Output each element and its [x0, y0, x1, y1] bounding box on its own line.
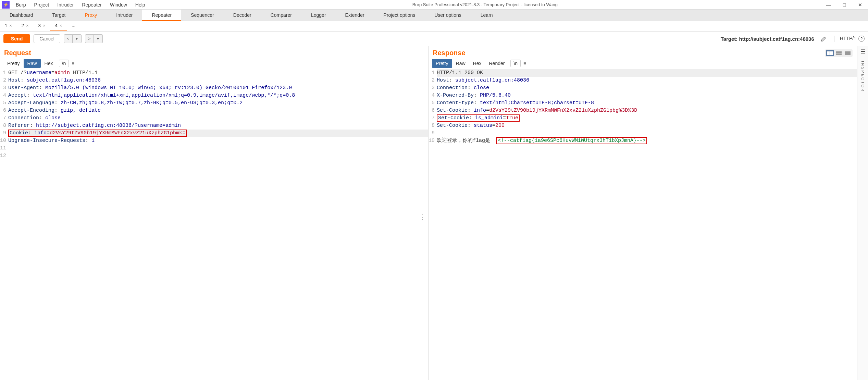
close-icon[interactable]: ×: [60, 23, 62, 28]
http-version-toggle[interactable]: HTTP/1?: [834, 36, 865, 42]
view-hex[interactable]: Hex: [469, 59, 485, 68]
tab-sequencer[interactable]: Sequencer: [181, 10, 224, 21]
sub-tab-1[interactable]: 1×: [0, 21, 17, 31]
menu-project[interactable]: Project: [30, 1, 53, 9]
svg-rect-2: [836, 51, 842, 53]
sub-tab-label: 1: [5, 23, 7, 28]
tab-extender[interactable]: Extender: [336, 10, 374, 21]
close-icon[interactable]: ✕: [852, 0, 868, 10]
tab-decoder[interactable]: Decoder: [224, 10, 261, 21]
response-title: Response: [433, 49, 466, 57]
response-view-tabs: Pretty Raw Hex Render \n ≡: [429, 58, 857, 69]
minimize-icon[interactable]: —: [821, 0, 836, 10]
sub-tab-label: 4: [55, 23, 57, 28]
hamburger-icon[interactable]: ≡: [72, 61, 74, 66]
menu-repeater[interactable]: Repeater: [78, 1, 106, 9]
target-value: http://subject.catf1ag.cn:48036: [739, 36, 814, 42]
history-fwd-group: > ▾: [85, 34, 103, 43]
close-icon[interactable]: ×: [9, 23, 12, 28]
repeater-toolbar: Send Cancel < ▾ > ▾ Target: http://subje…: [0, 32, 868, 46]
svg-rect-4: [845, 51, 851, 55]
close-icon[interactable]: ×: [43, 23, 46, 28]
request-editor[interactable]: 1GET /?username=admin HTTP/1.12Host: sub…: [0, 69, 428, 380]
inspector-label: INSPECTOR: [861, 61, 865, 92]
history-fwd-button[interactable]: >: [85, 34, 94, 43]
layout-rows-icon[interactable]: [835, 50, 843, 56]
edit-target-icon[interactable]: [820, 35, 827, 42]
hamburger-icon[interactable]: ≡: [523, 61, 526, 66]
response-viewer[interactable]: 1HTTP/1.1 200 OK2Host: subject.catf1ag.c…: [429, 69, 857, 380]
response-pane: Response Pretty Raw Hex Render \n ≡ 1HTT…: [429, 46, 857, 380]
request-view-tabs: Pretty Raw Hex \n ≡: [0, 58, 428, 69]
sub-tab-3[interactable]: 3×: [34, 21, 50, 31]
svg-rect-0: [827, 51, 830, 55]
view-hex[interactable]: Hex: [41, 59, 57, 68]
layout-columns-icon[interactable]: [826, 50, 834, 56]
svg-rect-1: [830, 51, 833, 55]
title-bar: ⚡ Burp Project Intruder Repeater Window …: [0, 0, 868, 10]
history-back-button[interactable]: <: [64, 34, 73, 43]
tab-project-options[interactable]: Project options: [374, 10, 425, 21]
drag-handle-icon[interactable]: ⋮: [419, 213, 425, 221]
tab-comparer[interactable]: Comparer: [261, 10, 301, 21]
menu-intruder[interactable]: Intruder: [53, 1, 78, 9]
history-fwd-menu[interactable]: ▾: [94, 34, 103, 43]
app-logo-icon: ⚡: [2, 1, 10, 9]
send-button[interactable]: Send: [3, 34, 30, 43]
request-title: Request: [4, 49, 31, 57]
history-back-menu[interactable]: ▾: [73, 34, 82, 43]
view-render[interactable]: Render: [485, 59, 509, 68]
view-raw[interactable]: Raw: [24, 59, 41, 68]
window-title: Burp Suite Professional v2021.8.3 - Temp…: [149, 2, 821, 7]
http-version-label: HTTP/1: [840, 36, 856, 41]
tab-intruder[interactable]: Intruder: [107, 10, 142, 21]
tab-dashboard[interactable]: Dashboard: [0, 10, 43, 21]
view-pretty[interactable]: Pretty: [432, 59, 452, 68]
layout-single-icon[interactable]: [844, 50, 852, 56]
tab-target[interactable]: Target: [43, 10, 75, 21]
request-pane: Request Pretty Raw Hex \n ≡ 1GET /?usern…: [0, 46, 429, 380]
tab-logger[interactable]: Logger: [301, 10, 336, 21]
view-pretty[interactable]: Pretty: [3, 59, 24, 68]
menu-help[interactable]: Help: [131, 1, 149, 9]
close-icon[interactable]: ×: [26, 23, 29, 28]
main-tabs: Dashboard Target Proxy Intruder Repeater…: [0, 10, 868, 21]
svg-rect-3: [836, 53, 842, 55]
view-raw[interactable]: Raw: [452, 59, 469, 68]
tab-repeater[interactable]: Repeater: [142, 10, 181, 21]
menu-burp[interactable]: Burp: [12, 1, 30, 9]
maximize-icon[interactable]: □: [836, 0, 852, 10]
cancel-button[interactable]: Cancel: [34, 34, 60, 43]
target-label: Target:: [721, 36, 739, 42]
menu-window[interactable]: Window: [106, 1, 131, 9]
tab-learn[interactable]: Learn: [471, 10, 503, 21]
repeater-sub-tabs: 1× 2× 3× 4× ...: [0, 21, 868, 32]
tab-user-options[interactable]: User options: [425, 10, 471, 21]
layout-toggle: [825, 49, 853, 57]
sub-tab-more[interactable]: ...: [67, 21, 80, 31]
inspector-panel[interactable]: ☰ INSPECTOR: [857, 46, 868, 380]
sub-tab-2[interactable]: 2×: [17, 21, 34, 31]
sub-tab-4[interactable]: 4×: [50, 21, 67, 31]
menu-bar: Burp Project Intruder Repeater Window He…: [12, 1, 149, 9]
sub-tab-label: 2: [22, 23, 24, 28]
history-back-group: < ▾: [64, 34, 82, 43]
tab-proxy[interactable]: Proxy: [75, 10, 107, 21]
view-newline[interactable]: \n: [510, 60, 521, 67]
help-icon[interactable]: ?: [858, 36, 865, 42]
sub-tab-label: 3: [38, 23, 41, 28]
inspector-toggle-icon[interactable]: ☰: [860, 48, 865, 55]
target-display[interactable]: Target: http://subject.catf1ag.cn:48036: [721, 36, 814, 42]
sub-tab-label: ...: [72, 23, 75, 28]
view-newline[interactable]: \n: [59, 60, 69, 67]
